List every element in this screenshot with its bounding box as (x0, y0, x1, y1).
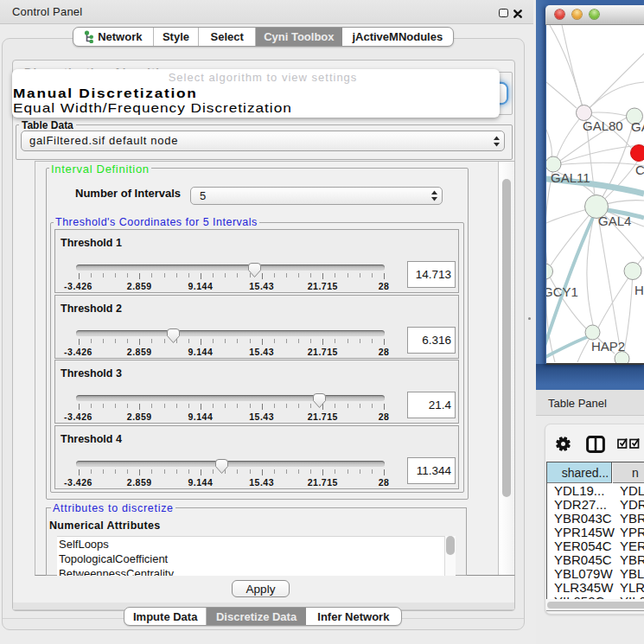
svg-text:HAP2: HAP2 (591, 339, 625, 354)
svg-text:HI: HI (634, 283, 644, 297)
svg-text:GAL80: GAL80 (583, 118, 623, 133)
svg-text:GCY1: GCY1 (546, 284, 578, 299)
svg-text:CD: CD (635, 163, 644, 177)
svg-text:GAL11: GAL11 (551, 170, 590, 185)
svg-text:GA: GA (631, 119, 644, 134)
svg-text:GAL4: GAL4 (598, 214, 631, 228)
